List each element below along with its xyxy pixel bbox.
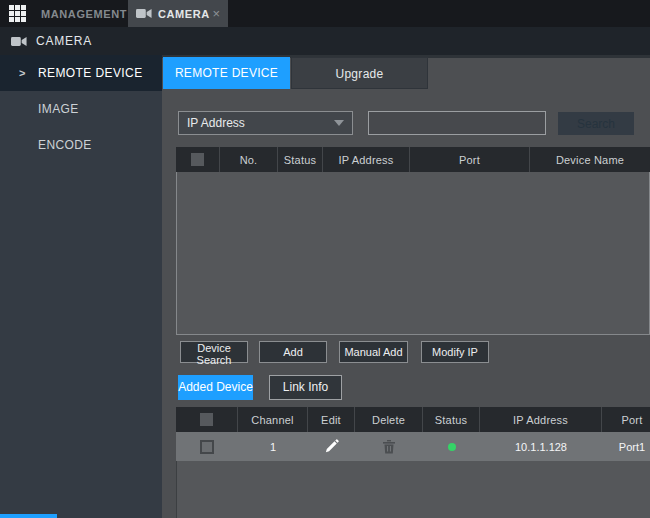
filter-selected-value: IP Address <box>187 116 245 130</box>
main-panel: REMOTE DEVICE Upgrade IP Address Search … <box>162 55 650 518</box>
ip-address-cell: 10.1.1.128 <box>480 432 602 461</box>
status-online-dot <box>448 443 456 451</box>
video-camera-icon <box>11 36 27 47</box>
top-bar: MANAGEMENT CAMERA × <box>0 0 650 27</box>
added-table-header: Channel Edit Delete Status IP Address Po… <box>176 407 650 432</box>
tab-added-device[interactable]: Added Device <box>178 375 253 400</box>
chevron-right-icon: > <box>19 67 26 79</box>
sidebar-item-label: REMOTE DEVICE <box>38 66 143 80</box>
management-tab[interactable]: MANAGEMENT <box>41 8 127 20</box>
header-checkbox-cell <box>176 407 238 432</box>
col-status: Status <box>423 407 480 432</box>
apps-grid-icon[interactable] <box>9 5 26 22</box>
col-no: No. <box>220 147 278 172</box>
tab-upgrade[interactable]: Upgrade <box>291 57 428 89</box>
sidebar-item-label: IMAGE <box>38 102 79 116</box>
device-search-button[interactable]: Device Search <box>180 341 248 363</box>
search-button[interactable]: Search <box>558 112 634 135</box>
page-title: CAMERA <box>36 34 92 48</box>
device-table-header: No. Status IP Address Port Device Name <box>176 147 650 172</box>
col-ip-address: IP Address <box>480 407 602 432</box>
row-checkbox[interactable] <box>200 440 214 454</box>
sidebar-item-image[interactable]: IMAGE <box>0 91 162 127</box>
search-filter-dropdown[interactable]: IP Address <box>178 111 353 135</box>
col-status: Status <box>278 147 323 172</box>
edit-pencil-icon[interactable] <box>324 439 339 454</box>
sidebar-item-label: ENCODE <box>38 138 92 152</box>
col-edit: Edit <box>308 407 355 432</box>
chevron-down-icon <box>334 120 344 126</box>
port-cell: Port1 <box>602 432 650 461</box>
select-all-checkbox[interactable] <box>191 153 204 166</box>
search-input[interactable] <box>368 111 546 135</box>
manual-add-button[interactable]: Manual Add <box>339 341 408 363</box>
select-all-checkbox[interactable] <box>200 413 213 426</box>
sidebar-item-encode[interactable]: ENCODE <box>0 127 162 163</box>
tab-remote-device[interactable]: REMOTE DEVICE <box>163 57 290 89</box>
camera-tab-label: CAMERA <box>158 8 210 20</box>
device-search-table: No. Status IP Address Port Device Name <box>176 147 650 335</box>
device-table-empty-body <box>176 172 650 335</box>
tab-link-info[interactable]: Link Info <box>269 375 342 400</box>
page-header: CAMERA <box>0 27 650 55</box>
col-port: Port <box>602 407 650 432</box>
col-ip-address: IP Address <box>323 147 410 172</box>
col-delete: Delete <box>355 407 423 432</box>
added-device-table: Channel Edit Delete Status IP Address Po… <box>176 407 650 518</box>
col-port: Port <box>410 147 530 172</box>
status-cell <box>423 432 480 461</box>
close-tab-icon[interactable]: × <box>212 7 220 20</box>
channel-cell: 1 <box>238 432 308 461</box>
edit-cell <box>308 432 355 461</box>
delete-cell <box>355 432 423 461</box>
delete-trash-icon[interactable] <box>382 439 396 454</box>
header-checkbox-cell <box>176 147 220 172</box>
col-device-name: Device Name <box>530 147 650 172</box>
add-button[interactable]: Add <box>259 341 327 363</box>
row-checkbox-cell <box>176 432 238 461</box>
table-row: 1 10.1.1.128 Port1 <box>176 432 650 461</box>
sidebar: > REMOTE DEVICE IMAGE ENCODE <box>0 55 162 518</box>
added-table-empty-area <box>176 461 650 518</box>
sidebar-item-remote-device[interactable]: > REMOTE DEVICE <box>0 55 162 91</box>
camera-window-tab[interactable]: CAMERA × <box>128 0 228 27</box>
modify-ip-button[interactable]: Modify IP <box>421 341 489 363</box>
video-camera-icon <box>136 8 152 19</box>
bottom-accent-bar <box>0 514 57 518</box>
col-channel: Channel <box>238 407 308 432</box>
